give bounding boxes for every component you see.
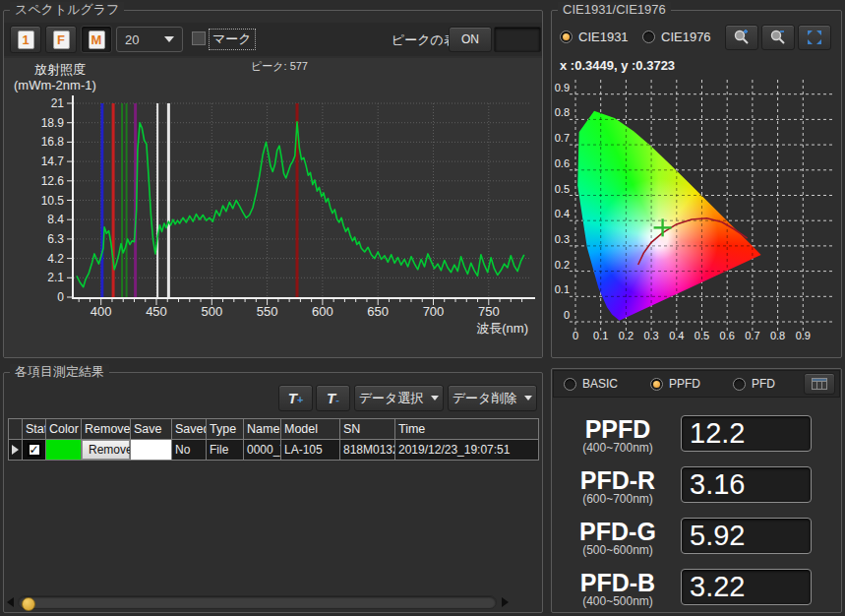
svg-text:0.6: 0.6 [720,330,735,341]
row-name-cell: 0000_Y [244,440,280,460]
pfd-g-range: (500~600nm) [556,544,680,557]
svg-text:8.4: 8.4 [47,213,64,226]
row-selector-cell[interactable] [9,440,22,460]
column-header-saved[interactable]: Saved [172,419,206,439]
svg-text:2.1: 2.1 [47,271,64,284]
column-header-type[interactable]: Type [207,419,243,439]
row-sn-cell: 818M0132 [340,440,394,460]
zoom-in-button[interactable] [725,25,758,50]
state-checkbox[interactable]: ✓ [28,443,41,457]
column-header-time[interactable]: Time [395,419,538,439]
spectrum-panel-title: スペクトルグラフ [10,2,124,18]
svg-text:0.6: 0.6 [555,157,570,169]
results-toolbar: T+ T- データ選択 データ削除 [4,384,542,413]
pfd-radio[interactable]: PFD [733,377,775,391]
zoom-out-button[interactable] [761,25,795,50]
measure-row-pfd-r: PFD-R (600~700nm) 3.16 [552,465,841,515]
svg-text:0.3: 0.3 [643,330,658,341]
svg-text:400: 400 [91,304,112,319]
measure-row-ppfd: PPFD (400~700nm) 12.2 [552,414,841,463]
zoom-in-icon [733,29,751,46]
cie1931-radio[interactable]: CIE1931 [560,30,629,44]
data-select-dropdown[interactable]: データ選択 [354,385,444,411]
scroll-left-arrow[interactable] [7,597,14,607]
app-window: { "spectrum_panel": { "title": "スペクトルグラフ… [0,0,845,616]
chevron-down-icon [524,396,532,400]
column-header-sn[interactable]: SN [340,419,394,439]
cie-diagram [575,82,815,322]
row-state-cell: ✓ [23,440,45,460]
pfd-b-range: (400~500nm) [556,595,680,608]
planckian-locus [638,218,748,265]
pfd-radio-label: PFD [752,377,775,391]
svg-text:750: 750 [478,304,500,319]
pfd-g-label: PFD-G [556,519,680,544]
scrollbar-track[interactable] [18,595,497,609]
results-table: StateColorRemoveSaveSavedTypeNameModelSN… [8,418,539,461]
svg-text:6.3: 6.3 [47,232,64,246]
svg-text:0.1: 0.1 [593,330,608,341]
y-axis-title-line2: (mWm-2nm-1) [14,78,96,92]
scroll-right-arrow[interactable] [502,597,509,607]
svg-text:0.3: 0.3 [555,233,570,245]
row-color-cell[interactable] [46,440,81,460]
row-selector-icon [12,445,19,455]
horizontal-scrollbar [4,593,542,611]
x-axis-title: 波長(nm) [476,320,528,338]
scrollbar-thumb[interactable] [22,597,35,611]
mark-count-dropdown[interactable]: 20 [116,27,183,52]
view-single-button[interactable]: 1 [10,26,41,53]
column-header-color[interactable]: Color [46,419,81,439]
row-save-cell[interactable] [131,440,171,460]
zoom-out-icon [769,29,787,46]
svg-text:0: 0 [57,290,64,304]
column-header-save[interactable]: Save [131,419,171,439]
column-header-name[interactable]: Name [244,419,280,439]
column-header-state[interactable]: State [23,419,45,439]
svg-text:0: 0 [573,330,578,341]
peak-display-toggle-well[interactable] [494,27,541,52]
pfd-g-value: 5.92 [681,518,812,554]
remove-column-button[interactable]: T- [316,385,350,411]
svg-text:500: 500 [201,304,222,319]
pfd-radio-dot [733,378,746,391]
basic-radio[interactable]: BASIC [564,377,618,391]
svg-text:0.9: 0.9 [796,330,811,341]
ppfd-range: (400~700nm) [556,442,680,455]
cie-panel: CIE1931/CIE1976 CIE1931 CIE1976 x :0.344… [551,10,842,358]
add-column-button[interactable]: T+ [278,385,313,411]
svg-text:14.7: 14.7 [41,154,65,168]
column-header-model[interactable]: Model [281,419,339,439]
view-single-icon: 1 [18,31,34,49]
mark-checkbox[interactable] [192,31,206,45]
spectrum-plot: 40045050055060065070075002.14.26.38.410.… [4,58,542,357]
display-grid-button[interactable] [804,373,835,395]
ppfd-radio-label: PPFD [669,377,700,391]
cie1976-radio-label: CIE1976 [661,30,711,44]
ppfd-radio-dot [650,378,663,391]
view-m-button[interactable]: M [81,26,112,53]
peak-annotation: ピーク: 577 [251,59,308,74]
data-delete-dropdown[interactable]: データ削除 [448,385,537,411]
measure-row-pfd-g: PFD-G (500~600nm) 5.92 [552,517,841,566]
spectrum-chart-area: 放射照度 (mWm-2nm-1) ピーク: 577 40045050055060… [4,58,542,357]
row-time-cell: 2019/12/23_19:07:51 [395,440,538,460]
view-f-button[interactable]: F [45,26,77,53]
grid-window-icon [812,378,827,390]
cie1931-radio-dot [560,31,573,43]
mark-checkbox-label[interactable]: マーク [210,30,255,49]
svg-text:0.7: 0.7 [555,132,570,144]
basic-radio-dot [564,378,576,391]
svg-text:450: 450 [146,304,167,319]
column-header-remove[interactable]: Remove [82,419,130,439]
row-saved-cell: No [172,440,206,460]
spectrum-toolbar: 1 F M 20 マーク ピークの表示 ON [4,23,542,56]
y-axis-title-line1: 放射照度 [34,61,86,79]
zoom-fit-button[interactable] [798,25,831,50]
svg-text:700: 700 [423,304,445,319]
peak-display-on-button[interactable]: ON [449,27,492,52]
remove-button[interactable]: Remove [82,440,130,460]
cie1976-radio[interactable]: CIE1976 [642,30,711,44]
svg-text:0.5: 0.5 [555,183,570,195]
ppfd-radio[interactable]: PPFD [650,377,700,391]
